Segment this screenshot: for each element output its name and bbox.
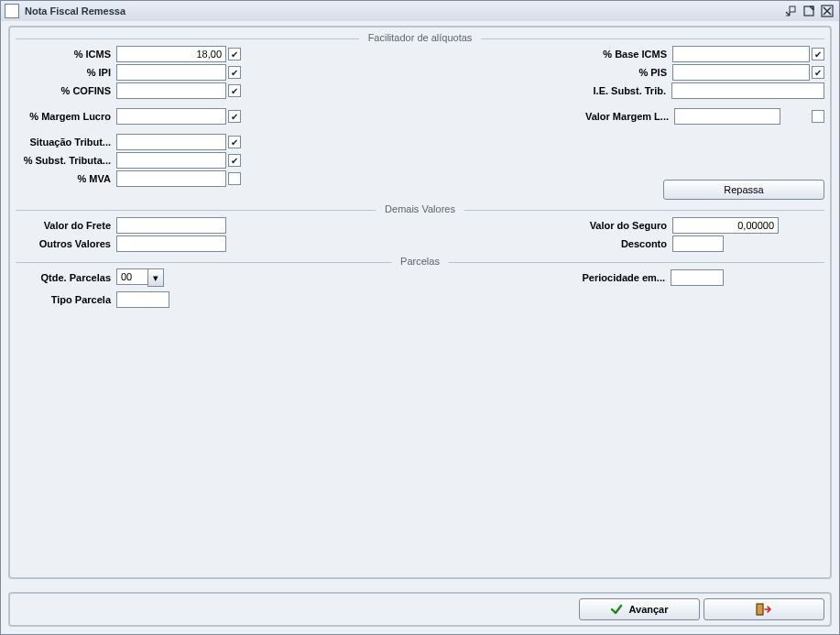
tipo-label: Tipo Parcela: [16, 294, 116, 305]
exit-door-icon: [756, 603, 772, 616]
valormargem-label: Valor Margem L...: [356, 111, 674, 122]
qtde-input[interactable]: [116, 268, 147, 285]
section-aliquotas: Facilitador de alíquotas % ICMS ✔ % IPI …: [16, 38, 824, 201]
section-parcelas-title: Parcelas: [391, 256, 449, 267]
window-icon: [5, 4, 19, 18]
section-aliquotas-title: Facilitador de alíquotas: [359, 32, 482, 43]
mva-check[interactable]: [228, 172, 241, 185]
seguro-input[interactable]: [672, 217, 779, 234]
qtde-label: Qtde. Parcelas: [16, 272, 116, 283]
ipi-check[interactable]: ✔: [228, 66, 241, 79]
substtrib-label: % Subst. Tributa...: [16, 155, 116, 166]
seguro-label: Valor do Seguro: [356, 220, 672, 231]
iesubst-input[interactable]: [671, 82, 824, 99]
icms-input[interactable]: [116, 46, 226, 62]
frete-input[interactable]: [116, 217, 226, 234]
window-maximize-icon[interactable]: [801, 4, 817, 18]
tipo-input[interactable]: [116, 291, 169, 308]
outros-label: Outros Valores: [16, 238, 116, 249]
qtde-combo[interactable]: ▾: [116, 268, 164, 287]
sittrib-check[interactable]: ✔: [228, 136, 241, 148]
cofins-input[interactable]: [116, 82, 226, 99]
baseicms-label: % Base ICMS: [356, 49, 672, 60]
sittrib-input[interactable]: [116, 134, 226, 150]
window-minimize-icon[interactable]: [782, 4, 799, 18]
frete-label: Valor do Frete: [16, 220, 116, 231]
svg-rect-1: [804, 6, 813, 16]
avancar-label: Avançar: [628, 604, 668, 615]
section-demais: Demais Valores Valor do Frete Outros Val…: [16, 210, 824, 253]
section-demais-title: Demais Valores: [376, 203, 464, 214]
main-panel: Facilitador de alíquotas % ICMS ✔ % IPI …: [8, 26, 832, 579]
aliquotas-right: % Base ICMS ✔ % PIS ✔ I.E. Subst. Trib.: [356, 45, 824, 201]
outros-input[interactable]: [116, 235, 226, 252]
cofins-label: % COFINS: [16, 85, 116, 96]
ipi-label: % IPI: [16, 67, 116, 78]
substtrib-check[interactable]: ✔: [228, 154, 241, 167]
pis-label: % PIS: [356, 67, 672, 78]
svg-rect-0: [790, 6, 795, 12]
icms-label: % ICMS: [16, 49, 116, 60]
period-label: Periocidade em...: [356, 272, 671, 283]
substtrib-input[interactable]: [116, 152, 226, 169]
cofins-check[interactable]: ✔: [228, 84, 241, 97]
aliquotas-left: % ICMS ✔ % IPI ✔ % COFINS ✔: [16, 45, 327, 201]
valormargem-check[interactable]: [812, 110, 824, 123]
pis-input[interactable]: [672, 64, 810, 81]
margem-input[interactable]: [116, 108, 226, 125]
ipi-input[interactable]: [116, 64, 226, 81]
mva-label: % MVA: [16, 173, 116, 184]
desconto-label: Desconto: [356, 238, 672, 249]
svg-rect-3: [757, 604, 763, 615]
avancar-button[interactable]: Avançar: [579, 598, 700, 620]
sittrib-label: Situação Tribut...: [16, 137, 116, 148]
mva-input[interactable]: [116, 170, 226, 187]
period-input[interactable]: [671, 269, 724, 286]
baseicms-check[interactable]: ✔: [812, 48, 824, 60]
pis-check[interactable]: ✔: [812, 66, 824, 79]
baseicms-input[interactable]: [672, 46, 810, 62]
window-titlebar: Nota Fiscal Remessa: [1, 1, 839, 22]
icms-check[interactable]: ✔: [228, 48, 241, 60]
desconto-input[interactable]: [672, 235, 724, 252]
margem-label: % Margem Lucro: [16, 111, 116, 122]
window-close-icon[interactable]: [819, 4, 835, 18]
app-body: Facilitador de alíquotas % ICMS ✔ % IPI …: [1, 21, 839, 634]
window-title: Nota Fiscal Remessa: [25, 5, 780, 16]
repassa-button[interactable]: Repassa: [663, 180, 824, 200]
margem-check[interactable]: ✔: [228, 110, 241, 123]
exit-button[interactable]: [704, 598, 824, 620]
footer-bar: Avançar: [8, 592, 832, 627]
check-icon: [610, 603, 623, 616]
chevron-down-icon[interactable]: ▾: [147, 268, 164, 287]
section-parcelas: Parcelas Qtde. Parcelas ▾ Tipo Parcela: [16, 262, 824, 309]
valormargem-input[interactable]: [674, 108, 780, 125]
iesubst-label: I.E. Subst. Trib.: [356, 85, 671, 96]
